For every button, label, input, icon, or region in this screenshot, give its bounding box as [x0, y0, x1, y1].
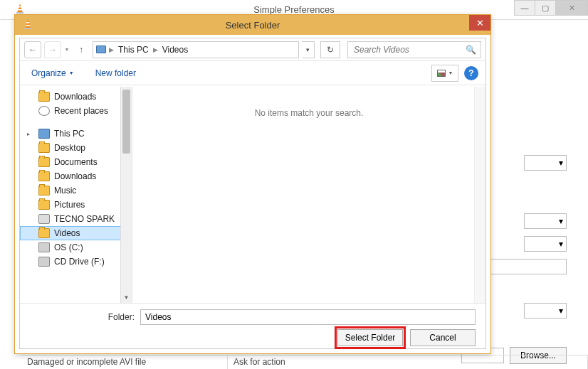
new-folder-button[interactable]: New folder	[91, 65, 140, 81]
tree-item[interactable]: Videos	[20, 226, 132, 240]
folder-icon	[38, 171, 50, 181]
folder-label: Folder:	[30, 312, 140, 322]
file-list[interactable]: No items match your search.	[132, 87, 485, 303]
breadcrumb[interactable]: ▶ This PC ▶ Videos	[93, 41, 299, 58]
bottom-cell-value: Ask for action	[228, 355, 588, 369]
bottom-table: Damaged or incomplete AVI file Ask for a…	[21, 355, 588, 369]
pc-icon	[96, 46, 106, 53]
navigation-tree: Downloads Recent places ▸This PC Desktop…	[20, 87, 132, 303]
vlc-icon	[22, 18, 33, 32]
search-input[interactable]	[352, 44, 466, 55]
dialog-title: Select Folder	[15, 20, 490, 31]
tree-label: Recent places	[54, 106, 108, 116]
empty-message: No items match your search.	[132, 108, 485, 118]
select-folder-button[interactable]: Select Folder	[337, 329, 403, 346]
chevron-right-icon: ▶	[109, 46, 114, 53]
search-icon: 🔍	[466, 45, 476, 55]
dialog-footer: Folder: Select Folder Cancel	[20, 303, 485, 348]
phone-icon	[38, 214, 50, 224]
tree-label: Music	[54, 186, 76, 196]
folder-input[interactable]	[140, 309, 476, 325]
tree-item[interactable]: TECNO SPARK	[20, 212, 132, 226]
toolbar: Organize ▼ New folder ▼ ?	[20, 61, 485, 85]
folder-icon	[38, 228, 50, 238]
svg-rect-5	[24, 28, 31, 29]
tree-item-downloads-quick[interactable]: Downloads	[20, 90, 132, 104]
crumb-root[interactable]: This PC	[117, 45, 150, 55]
pref-combo[interactable]: ▾	[524, 213, 567, 229]
crumb-leaf[interactable]: Videos	[161, 45, 189, 55]
up-button[interactable]: ↑	[73, 41, 90, 58]
pc-icon	[38, 129, 50, 139]
refresh-button[interactable]: ↻	[320, 41, 340, 58]
organize-label: Organize	[31, 68, 66, 78]
tree-label: Videos	[54, 228, 80, 238]
tree-item[interactable]: Pictures	[20, 198, 132, 212]
chevron-down-icon: ▼	[448, 70, 453, 75]
svg-marker-4	[25, 19, 31, 28]
drive-icon	[38, 242, 50, 252]
folder-icon	[38, 186, 50, 196]
folder-icon	[38, 92, 50, 102]
svg-rect-3	[18, 9, 22, 11]
back-button[interactable]: ←	[24, 41, 41, 58]
tree-label: CD Drive (F:)	[54, 257, 105, 267]
tree-label: Documents	[54, 157, 98, 167]
tree-scrollbar[interactable]: ▲ ▼	[120, 87, 132, 303]
pref-combo[interactable]: ▾	[524, 155, 567, 171]
breadcrumb-dropdown[interactable]: ▾	[302, 41, 315, 58]
help-button[interactable]: ?	[464, 66, 478, 80]
svg-rect-2	[19, 6, 21, 8]
tree-item[interactable]: Desktop	[20, 141, 132, 155]
folder-icon	[38, 157, 50, 167]
maximize-button[interactable]: ▢	[535, 0, 556, 16]
tree-item[interactable]: Documents	[20, 155, 132, 169]
recent-icon	[38, 106, 50, 116]
nav-bar: ← → ▾ ↑ ▶ This PC ▶ Videos ▾ ↻ 🔍	[20, 38, 485, 61]
close-button[interactable]: ✕	[555, 0, 588, 16]
tree-item[interactable]: CD Drive (F:)	[20, 255, 132, 269]
pref-combo[interactable]: ▾	[524, 236, 567, 252]
tree-label: TECNO SPARK	[54, 214, 115, 224]
dialog-titlebar[interactable]: Select Folder ✕	[15, 15, 490, 35]
svg-rect-7	[26, 25, 30, 26]
folder-icon	[38, 200, 50, 210]
dialog-close-button[interactable]: ✕	[469, 15, 490, 31]
tree-label: OS (C:)	[54, 242, 83, 252]
svg-rect-1	[16, 12, 23, 14]
forward-button[interactable]: →	[44, 41, 61, 58]
content-scrollbar[interactable]	[474, 87, 485, 303]
select-folder-dialog: Select Folder ✕ ← → ▾ ↑ ▶ This PC ▶ Vide…	[14, 14, 491, 354]
recent-dropdown-icon[interactable]: ▾	[64, 46, 70, 53]
drive-icon	[38, 257, 50, 267]
parent-title: Simple Preferences	[0, 4, 588, 15]
tree-item[interactable]: OS (C:)	[20, 240, 132, 255]
tree-item[interactable]: Music	[20, 183, 132, 198]
tree-label: Downloads	[54, 92, 96, 102]
view-mode-button[interactable]: ▼	[431, 65, 458, 82]
bottom-cell-label: Damaged or incomplete AVI file	[21, 355, 228, 369]
picture-icon	[437, 70, 446, 77]
chevron-right-icon: ▶	[153, 46, 158, 53]
cancel-button[interactable]: Cancel	[410, 329, 476, 346]
svg-marker-0	[17, 4, 23, 13]
svg-rect-6	[26, 22, 29, 23]
scroll-thumb[interactable]	[122, 90, 130, 154]
tree-item[interactable]: Downloads	[20, 169, 132, 183]
expand-icon[interactable]: ▸	[27, 131, 34, 137]
tree-item-this-pc[interactable]: ▸This PC	[20, 127, 132, 141]
search-box[interactable]: 🔍	[347, 41, 481, 58]
tree-item-recent-places[interactable]: Recent places	[20, 104, 132, 118]
scroll-down-icon[interactable]: ▼	[121, 292, 132, 303]
tree-label: Downloads	[54, 171, 96, 181]
minimize-button[interactable]: —	[514, 0, 535, 16]
tree-label: This PC	[54, 129, 85, 139]
pref-combo[interactable]: ▾	[524, 303, 567, 319]
chevron-down-icon: ▼	[69, 70, 74, 75]
tree-label: Desktop	[54, 143, 85, 153]
tree-label: Pictures	[54, 200, 85, 210]
organize-button[interactable]: Organize ▼	[27, 65, 78, 81]
folder-icon	[38, 143, 50, 153]
